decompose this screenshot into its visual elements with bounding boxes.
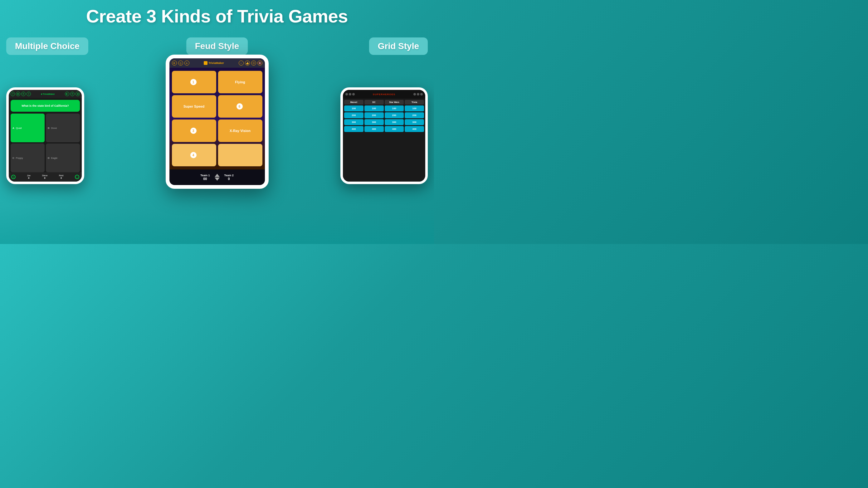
grid-cell-2-4[interactable]: 200 — [405, 112, 424, 118]
feud-app-logo: TriviaMaker — [204, 61, 224, 65]
team2-score: Team 2 0 — [224, 174, 234, 181]
player1-name: Joe — [27, 175, 31, 177]
grid-cell-4-1[interactable]: 400 — [344, 126, 364, 132]
mc-letter-c: C — [12, 157, 14, 159]
grid-col-dc: DC — [365, 100, 384, 104]
grid-dot-1 — [345, 93, 348, 95]
grid-header: SUPERHEROES — [343, 90, 425, 99]
feud-cell-6: 6 — [218, 95, 262, 118]
feud-cell-flying: Flying — [218, 71, 262, 93]
grid-cell-1-1[interactable]: 100 — [344, 105, 364, 112]
mc-icon-1: ↺ — [10, 92, 15, 96]
player1-pts: 0 — [27, 177, 31, 179]
mc-text-b: Dove — [51, 127, 57, 129]
grid-cell-4-3[interactable]: 400 — [385, 126, 404, 132]
mc-header-icons: ↺ ▶ ⊕ ℹ — [10, 92, 31, 96]
feud-header-icons: ⊞ Q A — [172, 61, 189, 65]
mc-answer-b: B Dove — [46, 114, 80, 142]
grid-cell-3-1[interactable]: 300 — [344, 119, 364, 125]
team1-points: 00 — [200, 177, 210, 181]
player2-name: Steve — [42, 175, 48, 177]
arrow-up-icon — [215, 174, 220, 177]
player3-pts: 0 — [59, 177, 63, 179]
mc-answers: A Quail B Dove C Poppy D Eagle — [9, 114, 82, 172]
team1-label: Team 1 — [200, 174, 210, 177]
music-icon: ♪ — [239, 61, 244, 65]
a-icon: A — [184, 61, 189, 65]
grid-cell-2-3[interactable]: 200 — [385, 112, 404, 118]
grid-dots-left — [345, 93, 355, 95]
grid-row-3: 300 300 300 300 — [344, 119, 424, 125]
mc-header: ↺ ▶ ⊕ ℹ ■ TriviaMaker ▶ ⚙ ◀ — [9, 90, 82, 98]
grid-cell-1-3[interactable]: 100 — [385, 105, 404, 112]
grid-col-starwars: Star Wars — [385, 100, 404, 104]
team2-label: Team 2 — [224, 174, 234, 177]
trivia-logo-icon — [204, 61, 208, 65]
feud-header: ⊞ Q A TriviaMaker ♪ 👍 ☹ 🔇 — [169, 58, 265, 68]
feud-cell-4: 4 — [172, 144, 216, 166]
mc-header-right-icons: ▶ ⚙ ◀ — [65, 92, 80, 96]
mc-back-icon: ◀ — [75, 92, 80, 96]
mc-footer: + Joe 0 Steve 0 Reid 0 − — [9, 172, 82, 182]
grid-cell-2-1[interactable]: 200 — [344, 112, 364, 118]
page-title: Create 3 Kinds of Trivia Games — [0, 0, 434, 27]
player3-name: Reid — [59, 175, 63, 177]
mc-app-logo: ■ TriviaMaker — [41, 93, 55, 95]
grid-cell-4-4[interactable]: 400 — [405, 126, 424, 132]
arrow-down-icon — [215, 178, 220, 181]
grid-cell-3-2[interactable]: 300 — [365, 119, 384, 125]
feud-cell-3: 3 — [172, 120, 216, 142]
feud-header-right: ♪ 👍 ☹ 🔇 — [239, 61, 262, 65]
thumbs-icon: 👍 — [245, 61, 250, 65]
mc-answer-a: A Quail — [10, 114, 44, 142]
grid-cell-1-4[interactable]: 100 — [405, 105, 424, 112]
player2-score: Steve 0 — [42, 175, 48, 179]
mc-icon-4: ℹ — [27, 92, 31, 96]
mc-text-c: Poppy — [16, 157, 23, 159]
grid-dot-5 — [417, 93, 419, 95]
grid-cell-2-2[interactable]: 200 — [365, 112, 384, 118]
mc-text-a: Quail — [16, 127, 22, 129]
grid-dots-right — [413, 93, 423, 95]
grid-dot-6 — [420, 93, 423, 95]
feud-app-name: TriviaMaker — [209, 61, 224, 65]
feud-scoreboard: Team 1 00 Team 2 0 — [169, 170, 265, 185]
grid-col-trivia: Trivia — [405, 100, 424, 104]
grid-cell-1-2[interactable]: 100 — [365, 105, 384, 112]
grid-row-1: 100 100 100 100 — [344, 105, 424, 112]
grid-table: Marvel DC Star Wars Trivia 100 100 100 1… — [343, 99, 425, 182]
team1-score: Team 1 00 — [200, 174, 210, 181]
grid-style-phone: SUPERHEROES Marvel DC Star Wars Trivia 1… — [340, 87, 428, 184]
mc-text-d: Eagle — [51, 157, 57, 159]
feud-tablet: ⊞ Q A TriviaMaker ♪ 👍 ☹ 🔇 1 Flying Sup — [166, 55, 269, 189]
badge-feud-style: Feud Style — [186, 37, 248, 55]
mc-icon-2: ▶ — [16, 92, 20, 96]
feud-number-1: 1 — [190, 79, 196, 85]
grid-row-2: 200 200 200 200 — [344, 112, 424, 118]
mc-question: What is the state bird of California? — [10, 100, 80, 112]
feud-answer-grid: 1 Flying Super Speed 6 3 X-Ray Vision 4 — [169, 68, 265, 170]
mc-remove-btn[interactable]: − — [75, 175, 79, 179]
feud-number-3: 3 — [190, 128, 196, 134]
q-icon: Q — [178, 61, 183, 65]
badge-grid-style: Grid Style — [369, 37, 428, 55]
mc-play-icon: ▶ — [65, 92, 69, 96]
grid-dot-3 — [352, 93, 355, 95]
grid-icon: ⊞ — [172, 61, 177, 65]
player1-score: Joe 0 — [27, 175, 31, 179]
grid-column-headers: Marvel DC Star Wars Trivia — [344, 100, 424, 104]
team2-points: 0 — [224, 177, 234, 181]
grid-cell-3-3[interactable]: 300 — [385, 119, 404, 125]
mc-settings-icon: ⚙ — [70, 92, 74, 96]
grid-cell-3-4[interactable]: 300 — [405, 119, 424, 125]
grid-row-4: 400 400 400 400 — [344, 126, 424, 132]
feud-cell-empty — [218, 144, 262, 166]
mc-add-btn[interactable]: + — [11, 175, 16, 179]
feud-cell-xray: X-Ray Vision — [218, 120, 262, 142]
grid-dot-4 — [413, 93, 416, 95]
feud-number-6: 6 — [237, 103, 243, 110]
sad-icon: ☹ — [251, 61, 256, 65]
feud-number-4: 4 — [190, 152, 196, 158]
mute-icon: 🔇 — [257, 61, 262, 65]
grid-cell-4-2[interactable]: 400 — [365, 126, 384, 132]
